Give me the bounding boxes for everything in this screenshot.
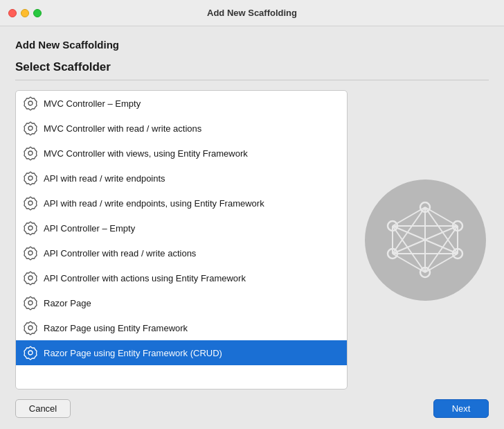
list-item[interactable]: MVC Controller – Empty [16,91,347,116]
list-item-label: API with read / write endpoints [44,173,165,184]
maximize-button[interactable] [33,9,42,17]
close-button[interactable] [8,9,17,17]
list-item[interactable]: Razor Page using Entity Framework (CRUD) [16,340,347,365]
scaffold-icon [23,270,38,286]
list-item-label: API Controller with actions using Entity… [44,273,246,283]
scaffold-icon [23,295,38,310]
list-item[interactable]: Razor Page [16,290,347,315]
list-item[interactable]: API Controller – Empty [16,216,347,240]
window-content: Add New Scaffolding Select Scaffolder MV… [0,26,504,429]
traffic-lights [8,9,42,17]
scaffold-icon [23,245,38,261]
scaffold-icon [23,220,38,236]
svg-point-1 [28,126,33,130]
preview-graphic [365,180,486,301]
main-area: MVC Controller – Empty MVC Controller wi… [15,90,489,389]
scaffold-icon [23,345,38,360]
list-item-label: API Controller with read / write actions [44,248,196,259]
scaffolder-list: MVC Controller – Empty MVC Controller wi… [15,90,348,389]
svg-line-21 [393,207,425,226]
list-item[interactable]: API Controller with actions using Entity… [16,265,347,290]
preview-area [361,90,489,389]
divider [15,80,489,80]
list-item-label: MVC Controller with views, using Entity … [44,148,248,159]
list-item[interactable]: API with read / write endpoints, using E… [16,191,347,216]
list-item-label: Razor Page using Entity Framework [44,323,188,333]
svg-point-4 [28,201,33,205]
svg-point-10 [28,351,33,355]
list-item-label: API Controller – Empty [44,223,135,234]
svg-point-2 [28,151,33,155]
list-item-label: API with read / write endpoints, using E… [44,198,264,209]
svg-point-5 [28,226,33,230]
next-button[interactable]: Next [433,399,489,418]
scaffold-icon [23,170,38,186]
list-item-label: MVC Controller – Empty [44,98,141,109]
svg-point-8 [28,301,33,305]
scaffold-icon [23,96,38,111]
cancel-button[interactable]: Cancel [15,399,71,418]
title-bar: Add New Scaffolding [0,0,504,26]
minimize-button[interactable] [21,9,29,17]
svg-point-9 [28,326,33,330]
dialog-title: Add New Scaffolding [15,39,489,51]
bottom-bar: Cancel Next [15,389,489,429]
list-item-label: Razor Page [44,298,91,308]
list-item[interactable]: MVC Controller with read / write actions [16,116,347,141]
list-item[interactable]: API Controller with read / write actions [16,240,347,265]
svg-line-17 [425,207,458,226]
svg-line-29 [393,254,425,272]
svg-point-6 [28,251,33,255]
network-graph-icon [380,195,470,285]
window-title: Add New Scaffolding [207,8,297,18]
list-item-label: Razor Page using Entity Framework (CRUD) [44,348,222,358]
svg-line-26 [425,254,458,272]
scaffold-icon [23,320,38,335]
list-item[interactable]: API with read / write endpoints [16,166,347,191]
svg-point-3 [28,176,33,180]
scaffold-icon [23,121,38,136]
scaffold-icon [23,195,38,211]
svg-point-7 [28,276,33,280]
list-item[interactable]: MVC Controller with views, using Entity … [16,141,347,166]
scaffold-icon [23,146,38,161]
svg-point-0 [28,101,33,105]
list-item[interactable]: Razor Page using Entity Framework [16,315,347,340]
section-title: Select Scaffolder [15,60,489,74]
list-item-label: MVC Controller with read / write actions [44,123,201,134]
